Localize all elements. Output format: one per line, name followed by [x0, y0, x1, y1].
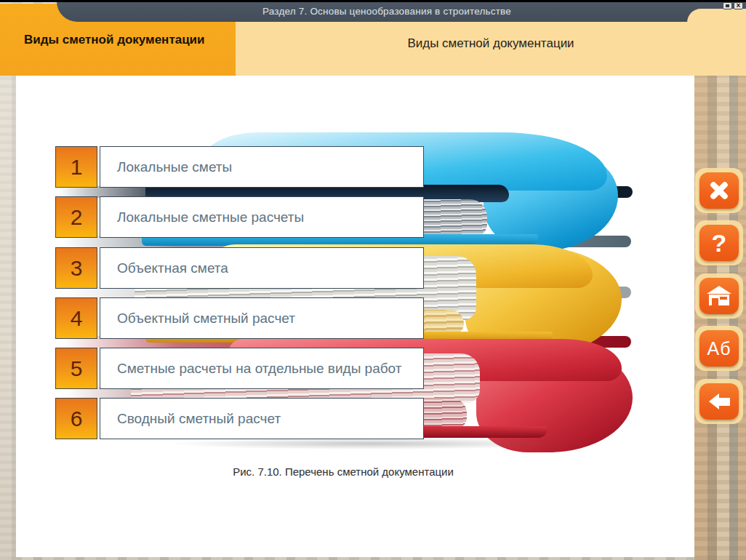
- window-controls: ×: [723, 2, 743, 9]
- list-item: 2 Локальные сметные расчеты: [55, 196, 424, 238]
- list-item: 5 Сметные расчеты на отдельные виды рабо…: [55, 348, 424, 389]
- list-item-number: 3: [55, 247, 97, 289]
- list-item-number: 4: [55, 297, 97, 339]
- window-title: Раздел 7. Основы ценообразования в строи…: [57, 1, 746, 21]
- list-item: 1 Локальные сметы: [55, 146, 424, 188]
- list-item-number: 2: [55, 196, 97, 238]
- list-item-label: Сметные расчеты на отдельные виды работ: [100, 348, 424, 389]
- page-header: Виды сметной документации: [236, 20, 746, 76]
- exit-button[interactable]: [699, 172, 739, 209]
- list-item-label: Сводный сметный расчет: [100, 398, 424, 439]
- window-top-border: [0, 0, 746, 2]
- app-window: Виды сметной документации Виды сметной д…: [0, 0, 746, 560]
- restore-glyph: [726, 4, 729, 7]
- close-icon: [707, 178, 731, 203]
- list-item-label: Объектная смета: [100, 247, 424, 289]
- binders-shadow: [167, 438, 574, 449]
- glossary-button[interactable]: Аб: [699, 330, 739, 367]
- home-button[interactable]: [699, 278, 739, 314]
- list-item-label: Объектный сметный расчет: [100, 297, 424, 339]
- list-item-label: Локальные сметы: [100, 146, 424, 188]
- home-icon: [707, 286, 731, 306]
- list-item: 6 Сводный сметный расчет: [55, 398, 424, 439]
- list-item-number: 6: [55, 398, 97, 439]
- window-titlebar: Раздел 7. Основы ценообразования в строи…: [57, 1, 746, 22]
- list-item: 4 Объектный сметный расчет: [55, 297, 424, 339]
- question-icon: ?: [712, 225, 727, 261]
- list-item: 3 Объектная смета: [55, 247, 424, 289]
- font-letters-icon: Аб: [707, 330, 731, 367]
- page-header-corner: [687, 9, 746, 23]
- help-button[interactable]: ?: [699, 225, 739, 261]
- list-item-number: 1: [55, 146, 97, 188]
- list-item-number: 5: [55, 348, 97, 389]
- back-arrow-icon: [709, 393, 730, 409]
- close-window-icon[interactable]: ×: [734, 2, 743, 9]
- figure-caption: Рис. 7.10. Перечень сметной документации: [16, 465, 670, 478]
- page-title: Виды сметной документации: [236, 20, 746, 51]
- restore-icon[interactable]: [723, 2, 732, 9]
- list-item-label: Локальные сметные расчеты: [100, 196, 424, 238]
- content-panel: 1 Локальные сметы 2 Локальные сметные ра…: [16, 76, 694, 557]
- back-button[interactable]: [699, 383, 739, 420]
